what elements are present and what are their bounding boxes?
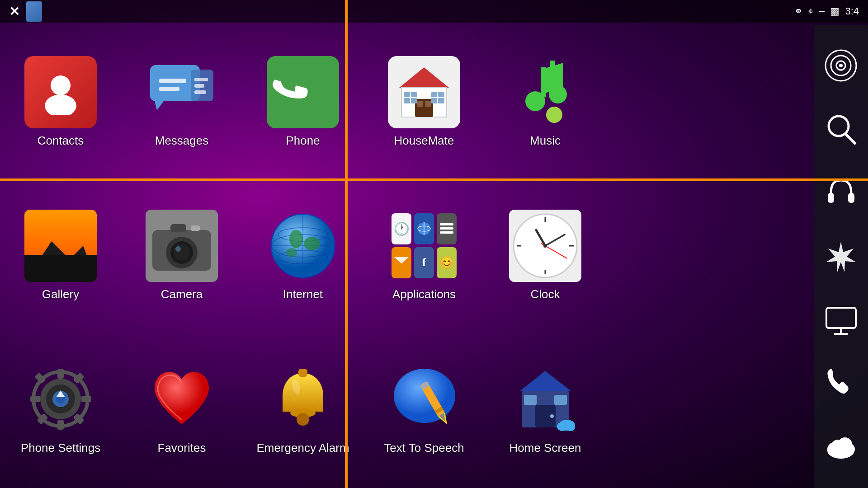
svg-line-105 <box>846 134 855 143</box>
close-button[interactable]: ✕ <box>9 4 19 19</box>
search-icon[interactable] <box>823 111 859 147</box>
svg-point-27 <box>546 107 562 123</box>
cloud-icon[interactable] <box>823 429 859 465</box>
camera-label: Camera <box>161 287 203 301</box>
svg-rect-16 <box>425 101 431 107</box>
app-messages[interactable]: Messages <box>121 25 242 178</box>
homescreen-label: Home Screen <box>509 441 581 455</box>
phone-call-icon[interactable] <box>823 366 859 402</box>
app-camera[interactable]: Camera <box>121 178 242 332</box>
svg-rect-52 <box>440 223 453 225</box>
svg-rect-95 <box>524 395 537 405</box>
messages-label: Messages <box>155 134 209 148</box>
app-grid: Contacts Messages Phone <box>0 25 606 488</box>
svg-rect-109 <box>826 308 856 328</box>
app-favorites[interactable]: Favorites <box>121 332 242 486</box>
internet-label: Internet <box>283 287 323 301</box>
svg-point-65 <box>543 244 547 248</box>
gallery-icon <box>24 210 97 282</box>
camera-icon <box>146 210 218 282</box>
svg-rect-15 <box>417 101 423 107</box>
app-homescreen[interactable]: Home Screen <box>485 332 606 486</box>
phone-icon <box>267 56 339 128</box>
svg-point-36 <box>175 246 181 252</box>
svg-point-0 <box>51 75 71 95</box>
svg-rect-38 <box>191 225 200 231</box>
svg-rect-5 <box>159 87 179 91</box>
svg-rect-53 <box>440 227 453 230</box>
svg-rect-72 <box>81 396 91 402</box>
svg-rect-69 <box>57 369 64 379</box>
svg-point-103 <box>839 64 843 67</box>
svg-point-116 <box>838 437 852 452</box>
app-clock[interactable]: Clock <box>485 178 606 332</box>
tts-label: Text To Speech <box>384 441 464 455</box>
phone-settings-label: Phone Settings <box>21 441 100 455</box>
phone-settings-icon <box>24 363 97 436</box>
monitor-icon[interactable] <box>823 302 859 338</box>
svg-rect-96 <box>554 395 567 405</box>
svg-point-1 <box>45 94 76 115</box>
right-sidebar <box>814 25 868 488</box>
housemate-label: HouseMate <box>394 134 454 148</box>
clock-label: Clock <box>530 287 560 301</box>
svg-rect-80 <box>298 369 307 377</box>
app-music[interactable]: Music <box>485 25 606 178</box>
svg-marker-91 <box>519 371 571 391</box>
svg-point-84 <box>394 369 455 423</box>
svg-rect-8 <box>194 84 204 88</box>
battery-icon: ▩ <box>830 5 840 17</box>
contacts-icon <box>24 56 97 128</box>
status-left: ✕ <box>9 1 42 22</box>
emergency-label: Emergency Alarm <box>256 441 349 455</box>
app-gallery[interactable]: Gallery <box>0 178 121 332</box>
music-label: Music <box>530 134 561 148</box>
app-housemate[interactable]: HouseMate <box>363 25 485 178</box>
svg-rect-7 <box>194 78 208 81</box>
svg-rect-37 <box>170 224 186 232</box>
app-contacts[interactable]: Contacts <box>0 25 121 178</box>
svg-point-82 <box>297 413 309 426</box>
internet-icon <box>267 210 339 282</box>
svg-rect-107 <box>848 193 854 203</box>
favorites-icon <box>146 363 218 436</box>
horizontal-crosshair <box>0 178 868 181</box>
clock-icon <box>509 210 581 282</box>
svg-point-35 <box>174 244 190 261</box>
svg-point-45 <box>289 230 303 248</box>
time-display: 3:4 <box>845 5 859 17</box>
housemate-icon <box>388 56 460 128</box>
homescreen-icon <box>509 363 581 436</box>
favorites-label: Favorites <box>158 441 206 455</box>
music-icon <box>509 56 581 128</box>
svg-point-99 <box>566 424 575 431</box>
status-right: ⚭ ⌖ ⎼ ▩ 3:4 <box>794 5 859 17</box>
signal-icon: ⎼ <box>819 5 825 17</box>
svg-rect-30 <box>24 255 97 282</box>
svg-rect-76 <box>34 372 46 384</box>
status-bar: ✕ ⚭ ⌖ ⎼ ▩ 3:4 <box>0 0 868 23</box>
settings-icon[interactable] <box>823 238 859 274</box>
target-icon[interactable] <box>823 47 859 84</box>
svg-marker-108 <box>826 242 856 272</box>
app-phone-settings[interactable]: Phone Settings <box>0 332 121 486</box>
bluetooth-icon: ⚭ <box>794 5 802 17</box>
svg-rect-25 <box>550 61 555 97</box>
applications-label: Applications <box>392 287 456 301</box>
svg-rect-106 <box>828 193 834 203</box>
emergency-icon <box>267 363 339 436</box>
app-tts[interactable]: Text To Speech <box>363 332 485 486</box>
svg-rect-71 <box>30 396 40 402</box>
svg-rect-9 <box>194 90 206 94</box>
svg-rect-4 <box>159 79 186 83</box>
device-icon <box>26 1 42 22</box>
app-applications[interactable]: 🕐 f 😊 Applications <box>363 178 485 332</box>
svg-rect-54 <box>440 231 453 234</box>
applications-icon: 🕐 f 😊 <box>388 210 460 282</box>
svg-marker-3 <box>155 101 164 110</box>
wifi-icon: ⌖ <box>808 5 813 17</box>
messages-icon <box>146 56 218 128</box>
contacts-label: Contacts <box>38 134 84 148</box>
phone-label: Phone <box>286 134 320 148</box>
svg-point-94 <box>550 414 554 418</box>
